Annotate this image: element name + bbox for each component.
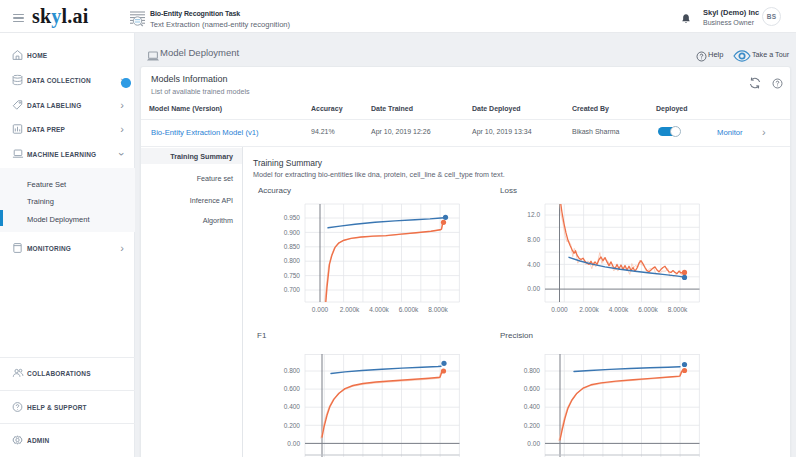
svg-text:6.000k: 6.000k xyxy=(638,306,658,313)
svg-text:0.00: 0.00 xyxy=(287,440,300,447)
svg-text:0.700: 0.700 xyxy=(284,286,301,293)
svg-text:0.900: 0.900 xyxy=(284,229,301,236)
svg-text:2.000k: 2.000k xyxy=(579,306,599,313)
svg-text:0.200: 0.200 xyxy=(284,422,301,429)
svg-text:0.000: 0.000 xyxy=(312,306,329,313)
svg-text:4.000k: 4.000k xyxy=(369,306,389,313)
svg-text:2.000k: 2.000k xyxy=(340,306,360,313)
svg-text:12.0: 12.0 xyxy=(527,211,540,218)
svg-text:8.000k: 8.000k xyxy=(428,306,448,313)
svg-text:0.400: 0.400 xyxy=(284,403,301,410)
svg-text:0.850: 0.850 xyxy=(284,243,301,250)
svg-text:0.600: 0.600 xyxy=(524,385,541,392)
svg-text:0.800: 0.800 xyxy=(284,367,301,374)
svg-text:4.00: 4.00 xyxy=(527,261,540,268)
svg-text:8.00: 8.00 xyxy=(527,236,540,243)
svg-text:0.950: 0.950 xyxy=(284,214,301,221)
svg-text:0.400: 0.400 xyxy=(524,403,541,410)
svg-text:0.00: 0.00 xyxy=(527,285,540,292)
svg-text:0.800: 0.800 xyxy=(284,257,301,264)
svg-text:0.000: 0.000 xyxy=(551,306,568,313)
svg-text:0.200: 0.200 xyxy=(524,422,541,429)
svg-text:0.800: 0.800 xyxy=(524,367,541,374)
svg-text:6.000k: 6.000k xyxy=(399,306,419,313)
svg-text:0.750: 0.750 xyxy=(284,272,301,279)
svg-text:0.600: 0.600 xyxy=(284,385,301,392)
svg-text:4.000k: 4.000k xyxy=(609,306,629,313)
svg-text:0.00: 0.00 xyxy=(527,440,540,447)
svg-text:8.000k: 8.000k xyxy=(668,306,688,313)
